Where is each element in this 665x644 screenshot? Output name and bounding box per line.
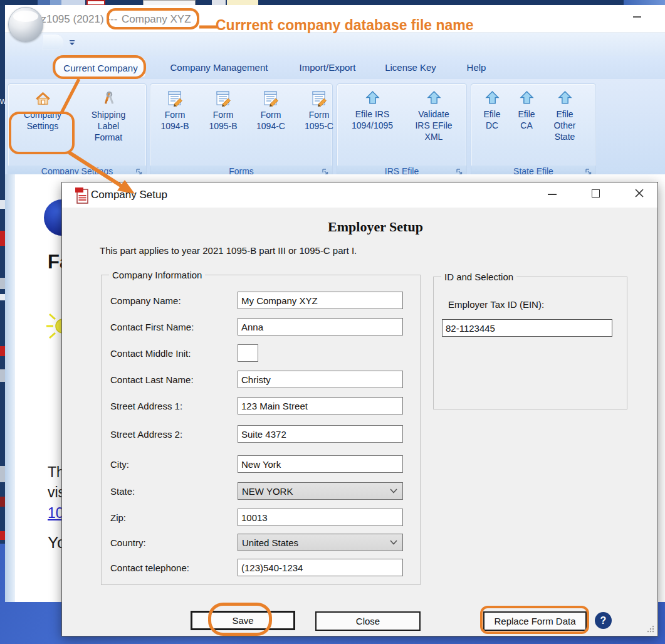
button-label: Efile [545,108,584,120]
button-label: Efile [511,108,542,120]
contact-last-name-label: Contact Last Name: [110,374,194,385]
form-1094-c-button[interactable]: Form 1094-C [250,87,291,132]
dialog-title: Company Setup [91,189,167,201]
country-select-value: United States [242,537,298,548]
groupbox-legend: ID and Selection [441,272,516,282]
dialog-maximize-icon[interactable] [592,189,600,198]
button-label: Form [298,109,340,120]
qat-dropdown-icon[interactable] [68,39,76,46]
shipping-label-format-button[interactable]: Shipping Label Format [78,87,139,144]
validate-efile-xml-button[interactable]: Validate IRS EFile XML [405,87,463,143]
form-edit-icon [263,90,279,107]
button-label: Company [11,109,75,120]
desktop-fragment [0,294,5,300]
desktop-fragment [0,200,5,209]
desktop-fragment [0,497,5,507]
zip-input[interactable] [238,509,403,526]
efile-irs-button[interactable]: Efile IRS 1094/1095 [342,87,402,131]
state-select[interactable]: NEW YORK [238,482,403,500]
form-1095-b-button[interactable]: Form 1095-B [202,87,244,132]
tools-icon [100,90,117,107]
ribbon-tab-row: Current Company Company Management Impor… [5,56,665,79]
main-window-title: ez1095 (2021) --- [35,13,117,26]
resize-grip[interactable] [645,623,655,633]
groupbox-legend: Company Information [109,270,205,280]
zip-label: Zip: [110,512,126,523]
contact-telephone-input[interactable] [238,559,403,576]
button-label: IRS EFile [405,120,463,131]
contact-first-name-input[interactable] [238,318,403,335]
help-button[interactable]: ? [595,612,612,629]
tab-import-export[interactable]: Import/Export [285,58,370,78]
form-edit-icon [167,90,183,107]
screen: W ez1095 (2021) --- Company XYZ [0,0,665,644]
button-label: XML [405,131,463,142]
dialog-minimize-icon[interactable] [548,194,557,195]
dialog-close-icon[interactable] [634,188,644,198]
button-label: 1094-C [250,120,291,132]
tab-current-company[interactable]: Current Company [55,58,146,78]
id-selection-groupbox: ID and Selection [433,277,627,409]
upload-arrow-icon [365,90,380,106]
content-left-band [5,174,15,602]
contact-middle-init-input[interactable] [238,344,258,362]
street-address-2-input[interactable] [238,425,403,443]
button-label: Form [154,109,196,120]
chevron-down-icon [390,488,397,494]
annotation-note: Currrent company database file name [216,17,474,34]
form-1094-b-button[interactable]: Form 1094-B [154,87,196,132]
efile-dc-button[interactable]: Efile DC [476,87,508,131]
dialog-titlebar: Company Setup [62,182,657,208]
minimize-icon[interactable] [633,16,641,18]
contact-last-name-input[interactable] [238,371,403,388]
button-label: State [545,131,584,142]
upload-arrow-icon [557,90,573,106]
ein-label: Employer Tax ID (EIN): [448,299,544,310]
city-label: City: [110,459,129,470]
replace-form-data-button[interactable]: Replace Form Data [483,611,587,631]
tab-help[interactable]: Help [458,58,495,78]
button-label: Form [202,109,244,120]
button-label: 1095-C [298,120,340,132]
save-button[interactable]: Save [191,611,295,630]
company-name-input[interactable] [238,292,403,309]
company-settings-button[interactable]: Company Settings [11,87,75,132]
contact-first-name-label: Contact First Name: [110,322,194,332]
button-label: Efile [476,108,508,120]
company-name-label: Company Name: [110,295,181,306]
desktop-fragment [0,346,5,356]
group-company-settings: Company Settings Shipping [8,83,147,178]
ein-input[interactable] [442,319,612,337]
form-1095-c-button[interactable]: Form 1095-C [298,87,340,132]
street-address-1-label: Street Address 1: [110,401,182,411]
country-select[interactable]: United States [238,534,403,551]
button-label: Shipping [78,109,139,120]
button-label: Format [78,132,139,143]
tab-company-management[interactable]: Company Management [158,58,280,78]
company-setup-dialog: Company Setup Employer Setup This part a… [61,182,658,636]
application-orb-button[interactable] [8,7,43,42]
strip-text-fragment: W [0,98,5,105]
efile-ca-button[interactable]: Efile CA [511,87,542,131]
contact-middle-init-label: Contact Middle Init: [110,348,191,359]
left-edge-strip: W [0,6,5,544]
button-label: Efile IRS [342,108,402,120]
group-irs-efile: Efile IRS 1094/1095 Validate IRS EFile X… [337,83,467,178]
employer-setup-heading: Employer Setup [250,219,501,235]
button-label: 1094-B [154,120,196,132]
upload-arrow-icon [426,90,442,106]
button-label: 1095-B [202,120,244,132]
contact-telephone-label: Contact telephone: [110,562,189,573]
button-label: DC [476,120,508,131]
efile-other-state-button[interactable]: Efile Other State [545,87,584,143]
chevron-down-icon [390,540,397,545]
close-button[interactable]: Close [315,611,421,631]
button-label: Validate [405,108,463,120]
button-label: Label [78,120,139,132]
dialog-subheading: This part applies to year 2021 1095-B pa… [100,245,357,256]
group-forms: Form 1094-B Form 1095-B [150,83,333,178]
tab-license-key[interactable]: License Key [374,58,448,78]
street-address-1-input[interactable] [238,397,403,414]
upload-arrow-icon [519,90,535,106]
city-input[interactable] [238,455,403,473]
